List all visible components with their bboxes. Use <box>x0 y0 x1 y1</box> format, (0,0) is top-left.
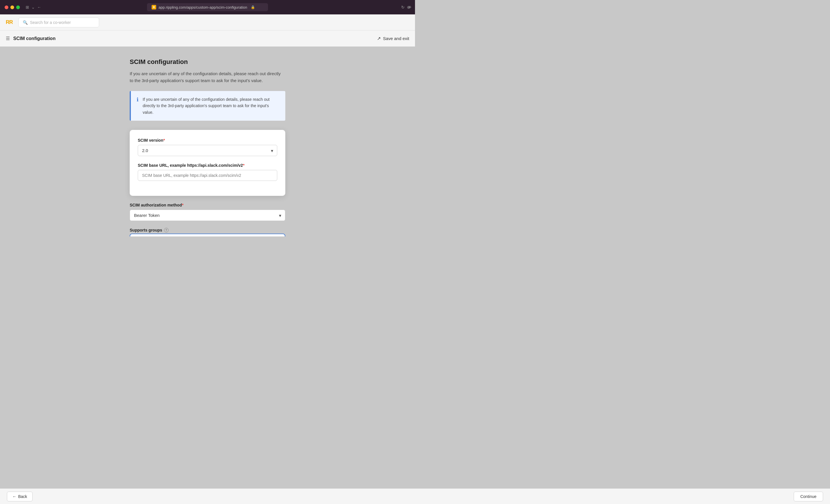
content-wrapper: SCIM configuration If you are uncertain … <box>130 58 285 231</box>
help-icon[interactable]: ? <box>164 228 168 232</box>
close-dot[interactable] <box>5 5 8 9</box>
search-placeholder: Search for a co-worker <box>30 20 71 25</box>
supports-groups-section: Supports groups ? Supports groups <box>130 228 285 236</box>
info-icon: ℹ <box>137 97 139 115</box>
info-box-text: If you are uncertain of any of the confi… <box>143 96 280 115</box>
page-header: ☰ SCIM configuration ↗ Save and exit <box>0 31 415 47</box>
below-card: SCIM authorization method* Bearer Token … <box>130 203 285 236</box>
scim-version-select[interactable]: 2.0 1.1 <box>138 145 277 156</box>
logo-mark: RR <box>6 19 13 25</box>
url-text: app.rippling.com/apps/custom-app/scim-co… <box>159 5 247 9</box>
lock-icon: 🔒 <box>251 5 255 9</box>
refresh-icon[interactable]: ↻ <box>401 5 405 9</box>
sidebar-toggle-icon[interactable]: ⊞ <box>26 5 29 9</box>
info-box: ℹ If you are uncertain of any of the con… <box>130 91 285 121</box>
scim-base-url-group: SCIM base URL, example https://api.slack… <box>138 163 277 181</box>
scim-version-label: SCIM version* <box>138 138 277 142</box>
save-exit-label: Save and exit <box>383 36 409 41</box>
required-star-url: * <box>243 163 245 168</box>
scim-auth-method-select[interactable]: Bearer Token Basic Auth <box>130 210 285 221</box>
address-bar[interactable]: R app.rippling.com/apps/custom-app/scim-… <box>147 3 268 11</box>
menu-icon[interactable]: ☰ <box>6 36 10 41</box>
scim-auth-method-select-wrapper: Bearer Token Basic Auth <box>130 210 285 221</box>
window-controls <box>5 5 20 9</box>
back-arrow-icon[interactable]: ← <box>37 5 41 9</box>
minimize-dot[interactable] <box>10 5 14 9</box>
supports-groups-label: Supports groups ? <box>130 228 285 232</box>
scim-version-select-wrapper: 2.0 1.1 <box>138 145 277 156</box>
scim-auth-method-label: SCIM authorization method* <box>130 203 285 207</box>
scim-base-url-label: SCIM base URL, example https://api.slack… <box>138 163 277 168</box>
required-star: * <box>163 138 165 142</box>
new-tab-button[interactable]: + <box>408 4 412 10</box>
scim-auth-method-group: SCIM authorization method* Bearer Token … <box>130 203 285 221</box>
page-title: SCIM configuration <box>13 36 56 41</box>
main-content: SCIM configuration If you are uncertain … <box>0 47 415 236</box>
section-description: If you are uncertain of any of the confi… <box>130 70 285 84</box>
search-bar[interactable]: 🔍 Search for a co-worker <box>19 18 99 27</box>
chevron-down-icon[interactable]: ⌄ <box>31 5 35 9</box>
save-exit-icon: ↗ <box>377 36 381 41</box>
title-bar-icons: ⊞ ⌄ ← <box>26 5 41 9</box>
search-icon: 🔍 <box>23 20 28 25</box>
maximize-dot[interactable] <box>16 5 20 9</box>
form-card: SCIM version* 2.0 1.1 SCIM base URL, exa… <box>130 130 285 196</box>
section-title: SCIM configuration <box>130 58 285 66</box>
favicon: R <box>152 5 156 9</box>
rippling-logo: RR <box>6 19 13 25</box>
required-star-auth: * <box>182 203 183 207</box>
scim-version-group: SCIM version* 2.0 1.1 <box>138 138 277 156</box>
app-header: RR 🔍 Search for a co-worker <box>0 14 415 31</box>
scim-base-url-input[interactable] <box>138 170 277 181</box>
save-exit-button[interactable]: ↗ Save and exit <box>377 36 409 41</box>
title-bar: ⊞ ⌄ ← R app.rippling.com/apps/custom-app… <box>0 0 415 14</box>
supports-groups-checkbox-card[interactable]: Supports groups <box>130 234 285 236</box>
